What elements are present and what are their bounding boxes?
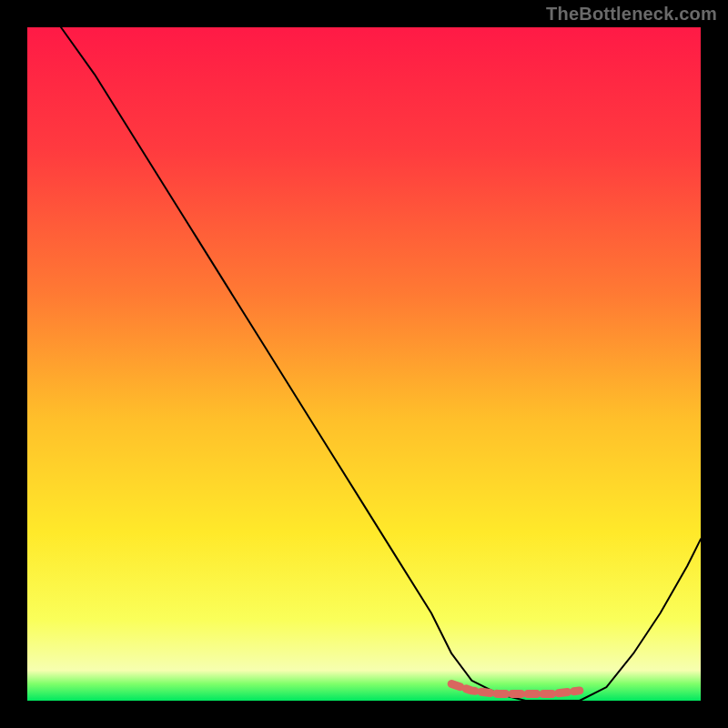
- bottleneck-chart: [0, 0, 728, 728]
- watermark-label: TheBottleneck.com: [546, 4, 717, 25]
- chart-container: TheBottleneck.com: [0, 0, 728, 728]
